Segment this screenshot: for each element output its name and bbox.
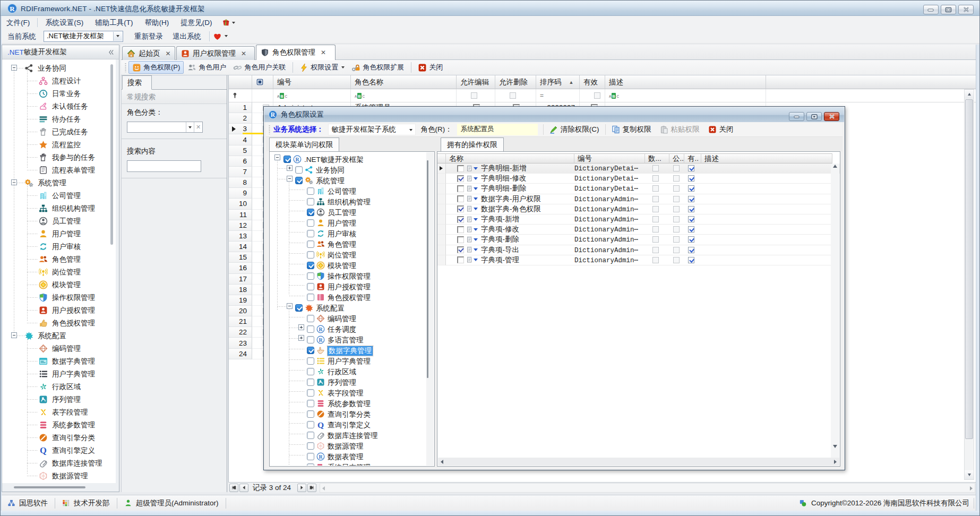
grid-filter-cell[interactable] bbox=[252, 89, 273, 102]
operation-row-9[interactable]: 字典项-导出DictionaryAdmin⋯ bbox=[437, 245, 840, 255]
module-tree-item-21[interactable]: 行政区域 bbox=[270, 366, 426, 377]
grid-filter-cell[interactable] bbox=[495, 89, 536, 102]
dialog-close-button[interactable] bbox=[824, 112, 839, 121]
checkbox-unchecked[interactable] bbox=[307, 187, 314, 195]
ribbon-button-2[interactable]: 角色用户 bbox=[184, 61, 229, 74]
op-col-编号[interactable]: 编号 bbox=[574, 153, 645, 164]
doc-tab-3[interactable]: 角色权限管理✕ bbox=[256, 45, 336, 60]
checkbox-unchecked[interactable] bbox=[307, 294, 314, 301]
checkbox-unchecked[interactable] bbox=[457, 165, 464, 172]
sidebar-item-23[interactable]: 编码管理 bbox=[2, 342, 116, 355]
module-tree-item-22[interactable]: 序列管理 bbox=[270, 377, 426, 388]
role-category-arrow[interactable] bbox=[186, 122, 194, 132]
grid-filter-cell[interactable]: = bbox=[536, 89, 580, 102]
operation-row-3[interactable]: 字典明细-删除DictionaryDetai⋯ bbox=[437, 184, 840, 194]
checkbox-checked[interactable] bbox=[295, 177, 303, 184]
checkbox-unchecked[interactable] bbox=[307, 463, 314, 466]
sidebar-item-6[interactable]: 已完成任务 bbox=[2, 125, 116, 138]
op-col-名称[interactable]: 名称 bbox=[446, 153, 574, 164]
checkbox-unchecked[interactable] bbox=[307, 421, 314, 428]
checkbox-checked[interactable] bbox=[307, 209, 314, 216]
module-tree-item-23[interactable]: 表字段管理 bbox=[270, 388, 426, 398]
nav-next-button[interactable] bbox=[297, 484, 306, 492]
grid-col-num[interactable] bbox=[229, 75, 252, 89]
menu-item-4[interactable]: 帮助(H) bbox=[139, 16, 175, 29]
checkbox-unchecked[interactable] bbox=[307, 410, 314, 418]
grid-filter-cell[interactable]: ABC bbox=[605, 89, 766, 102]
checkbox-unchecked[interactable] bbox=[307, 442, 314, 450]
checkbox-unchecked[interactable] bbox=[307, 432, 314, 439]
system-combobox[interactable]: .NET敏捷开发框架 bbox=[44, 31, 123, 42]
grid-col-角色名称[interactable]: 角色名称 bbox=[351, 75, 457, 89]
ribbon-button-6[interactable]: 角色权限扩展 bbox=[348, 61, 407, 74]
checkbox-unchecked[interactable] bbox=[307, 315, 314, 322]
copy-permission-button[interactable]: 复制权限 bbox=[607, 125, 656, 134]
module-tree-item-10[interactable]: 岗位管理 bbox=[270, 250, 426, 260]
module-tree-item-3[interactable]: 系统管理 bbox=[270, 175, 426, 186]
ribbon-button-8[interactable]: 关闭 bbox=[415, 61, 446, 74]
menu-item-3[interactable]: 辅助工具(T) bbox=[89, 16, 139, 29]
checkbox-unchecked[interactable] bbox=[307, 230, 314, 237]
grid-col-允许删除[interactable]: 允许删除 bbox=[495, 75, 536, 89]
sidebar-item-25[interactable]: 用户字典管理 bbox=[2, 367, 116, 380]
nav-prev-button[interactable] bbox=[239, 484, 248, 492]
grid-col-描述[interactable]: 描述 bbox=[605, 75, 766, 89]
sidebar-item-30[interactable]: 查询引擎分类 bbox=[2, 431, 116, 444]
sidebar-item-1[interactable]: 业务协同 bbox=[2, 62, 116, 74]
grid-vscrollbar[interactable] bbox=[964, 89, 974, 480]
module-tree-item-2[interactable]: 业务协同 bbox=[270, 165, 426, 175]
checkbox-unchecked[interactable] bbox=[307, 453, 314, 460]
nav-first-button[interactable] bbox=[229, 484, 238, 492]
module-tree-item-26[interactable]: Q查询引擎定义 bbox=[270, 419, 426, 430]
module-tree-item-9[interactable]: 角色管理 bbox=[270, 239, 426, 250]
operation-table-hscrollbar[interactable] bbox=[438, 458, 839, 466]
checkbox-unchecked[interactable] bbox=[457, 256, 464, 263]
checkbox-unchecked[interactable] bbox=[307, 325, 314, 333]
operation-row-2[interactable]: 字典明细-修改DictionaryDetai⋯ bbox=[437, 174, 840, 184]
tree-expander-icon[interactable] bbox=[287, 303, 293, 309]
grid-filter-cell[interactable]: ABC bbox=[351, 89, 457, 102]
module-tree-item-24[interactable]: 系统参数管理 bbox=[270, 398, 426, 409]
checkbox-unchecked[interactable] bbox=[457, 236, 464, 243]
minimize-button[interactable] bbox=[923, 5, 939, 14]
sidebar-item-12[interactable]: 组织机构管理 bbox=[2, 202, 116, 214]
grid-filter-cell[interactable] bbox=[229, 89, 252, 102]
sidebar-item-32[interactable]: 数据库连接管理 bbox=[2, 457, 116, 469]
checkbox-unchecked[interactable] bbox=[307, 336, 314, 343]
sidebar-item-8[interactable]: 我参与的任务 bbox=[2, 151, 116, 164]
select-all-icon[interactable] bbox=[256, 78, 264, 86]
checkbox-unchecked[interactable] bbox=[457, 195, 464, 202]
module-tree-item-14[interactable]: 角色授权管理 bbox=[270, 292, 426, 303]
operation-row-5[interactable]: 数据字典-角色权限DictionaryAdmin⋯ bbox=[437, 204, 840, 214]
checkbox-unchecked[interactable] bbox=[307, 400, 314, 407]
module-tree-item-12[interactable]: 操作权限管理 bbox=[270, 271, 426, 281]
checkbox-unchecked[interactable] bbox=[307, 251, 314, 259]
menu-item-2[interactable]: 系统设置(S) bbox=[39, 16, 89, 29]
grid-hscrollbar[interactable] bbox=[320, 483, 975, 493]
checkbox-checked[interactable] bbox=[307, 347, 314, 354]
sidebar-item-16[interactable]: 角色管理 bbox=[2, 253, 116, 265]
ribbon-button-3[interactable]: 角色用户关联 bbox=[230, 61, 289, 74]
operation-row-7[interactable]: 字典项-修改DictionaryAdmin⋯ bbox=[437, 225, 840, 235]
sidebar-item-15[interactable]: 用户审核 bbox=[2, 240, 116, 253]
sidebar-item-31[interactable]: Q查询引擎定义 bbox=[2, 444, 116, 457]
checkbox-unchecked[interactable] bbox=[307, 379, 314, 386]
sidebar-item-5[interactable]: 待办任务 bbox=[2, 113, 116, 125]
op-col-数...[interactable]: 数... bbox=[645, 153, 669, 164]
tab-close-icon[interactable]: ✕ bbox=[321, 49, 326, 56]
module-tree-item-5[interactable]: 组织机构管理 bbox=[270, 196, 426, 207]
module-tree-scrollbar[interactable] bbox=[426, 152, 434, 466]
checkbox-unchecked[interactable] bbox=[307, 240, 314, 248]
doc-tab-1[interactable]: 起始页✕ bbox=[122, 46, 175, 60]
sidebar-item-18[interactable]: 模块管理 bbox=[2, 278, 116, 291]
sidebar-item-24[interactable]: 数据字典管理 bbox=[2, 355, 116, 367]
sidebar-item-27[interactable]: 序列管理 bbox=[2, 393, 116, 406]
module-tree-item-19[interactable]: 数据字典管理 bbox=[270, 345, 426, 356]
tab-close-icon[interactable]: ✕ bbox=[166, 50, 171, 57]
module-tree-item-20[interactable]: 用户字典管理 bbox=[270, 356, 426, 366]
nav-last-button[interactable] bbox=[307, 484, 316, 492]
module-menu-tab[interactable]: 模块菜单访问权限 bbox=[269, 137, 339, 151]
paste-permission-button[interactable]: 粘贴权限 bbox=[656, 125, 704, 134]
checkbox-checked[interactable] bbox=[457, 246, 464, 253]
operation-row-8[interactable]: 字典项-删除DictionaryAdmin⋯ bbox=[437, 235, 840, 245]
